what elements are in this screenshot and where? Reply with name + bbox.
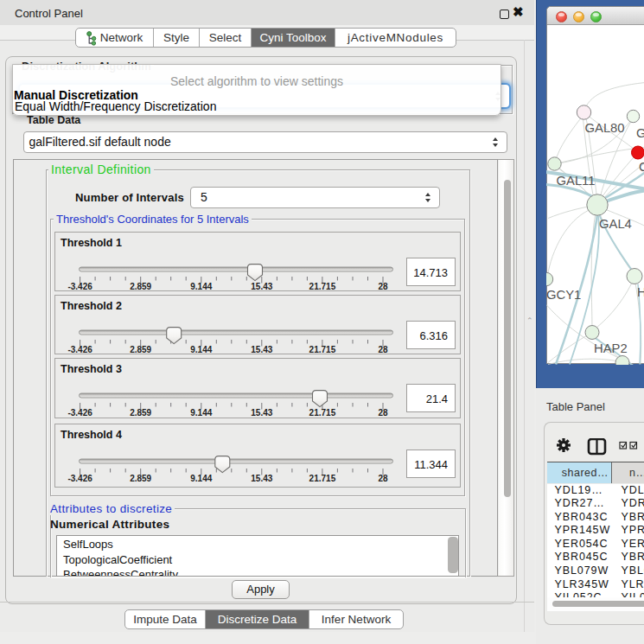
svg-text:9.144: 9.144	[190, 282, 212, 291]
svg-text:28: 28	[378, 408, 388, 418]
svg-text:9.144: 9.144	[190, 474, 212, 483]
svg-text:-3.426: -3.426	[67, 345, 92, 354]
svg-text:28: 28	[378, 282, 388, 291]
svg-text:21.715: 21.715	[309, 408, 336, 418]
svg-text:C: C	[639, 160, 644, 174]
svg-text:-3.426: -3.426	[67, 282, 92, 291]
svg-text:2.859: 2.859	[130, 408, 151, 418]
svg-text:15.43: 15.43	[251, 282, 272, 291]
svg-text:28: 28	[378, 474, 388, 483]
svg-text:GAL80: GAL80	[585, 121, 625, 135]
svg-text:2.859: 2.859	[130, 474, 151, 483]
svg-text:-3.426: -3.426	[67, 408, 92, 418]
svg-text:21.715: 21.715	[309, 282, 336, 291]
svg-text:GAL4: GAL4	[599, 217, 632, 231]
svg-text:GA: GA	[636, 125, 644, 139]
svg-text:-3.426: -3.426	[67, 474, 92, 483]
svg-text:21.715: 21.715	[309, 345, 336, 354]
svg-text:15.43: 15.43	[251, 408, 272, 418]
svg-text:GCY1: GCY1	[546, 288, 581, 302]
svg-text:15.43: 15.43	[251, 345, 272, 354]
svg-text:21.715: 21.715	[309, 474, 336, 483]
svg-text:GAL11: GAL11	[557, 173, 596, 187]
svg-text:HA: HA	[637, 285, 644, 299]
svg-text:28: 28	[378, 345, 388, 354]
svg-text:2.859: 2.859	[130, 282, 151, 291]
svg-text:9.144: 9.144	[190, 345, 212, 354]
svg-text:9.144: 9.144	[190, 408, 212, 418]
svg-text:HAP2: HAP2	[594, 341, 628, 355]
svg-text:15.43: 15.43	[251, 474, 272, 483]
svg-text:2.859: 2.859	[130, 345, 151, 354]
